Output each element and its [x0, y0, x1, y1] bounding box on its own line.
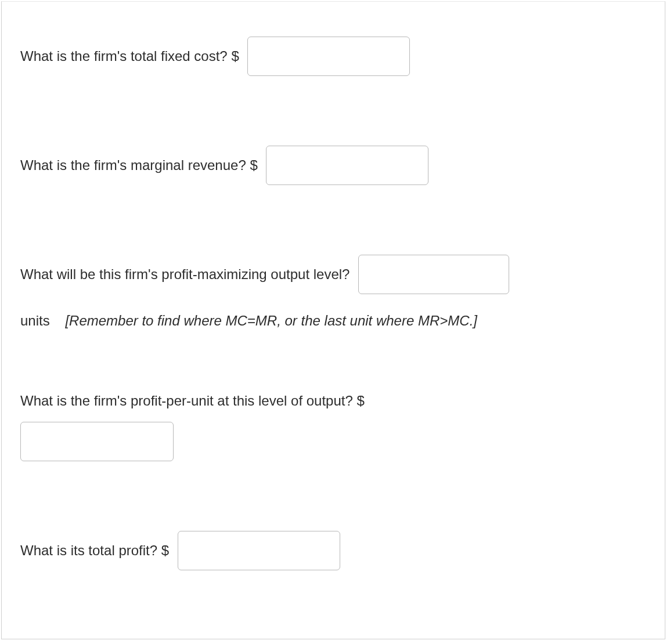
question-1: What is the firm's total fixed cost? $: [20, 37, 646, 76]
question-1-text: What is the firm's total fixed cost? $: [20, 48, 239, 64]
profit-per-unit-input[interactable]: [20, 422, 174, 461]
question-3-hint: [Remember to find where MC=MR, or the la…: [65, 313, 477, 328]
question-4-input-row: [20, 422, 646, 461]
question-5-text: What is its total profit? $: [20, 542, 169, 558]
question-2-text: What is the firm's marginal revenue? $: [20, 157, 258, 173]
question-5: What is its total profit? $: [20, 531, 646, 570]
units-label: units: [20, 313, 50, 328]
question-container: What is the firm's total fixed cost? $ W…: [1, 1, 665, 639]
question-2: What is the firm's marginal revenue? $: [20, 146, 646, 185]
question-3-text: What will be this firm's profit-maximizi…: [20, 266, 350, 282]
question-4-text: What is the firm's profit-per-unit at th…: [20, 393, 365, 408]
question-3-hint-row: units [Remember to find where MC=MR, or …: [20, 310, 646, 331]
question-4: What is the firm's profit-per-unit at th…: [20, 389, 646, 411]
marginal-revenue-input[interactable]: [266, 146, 428, 185]
question-3: What will be this firm's profit-maximizi…: [20, 255, 646, 294]
total-profit-input[interactable]: [178, 531, 340, 570]
output-level-input[interactable]: [358, 255, 509, 294]
fixed-cost-input[interactable]: [247, 37, 410, 76]
